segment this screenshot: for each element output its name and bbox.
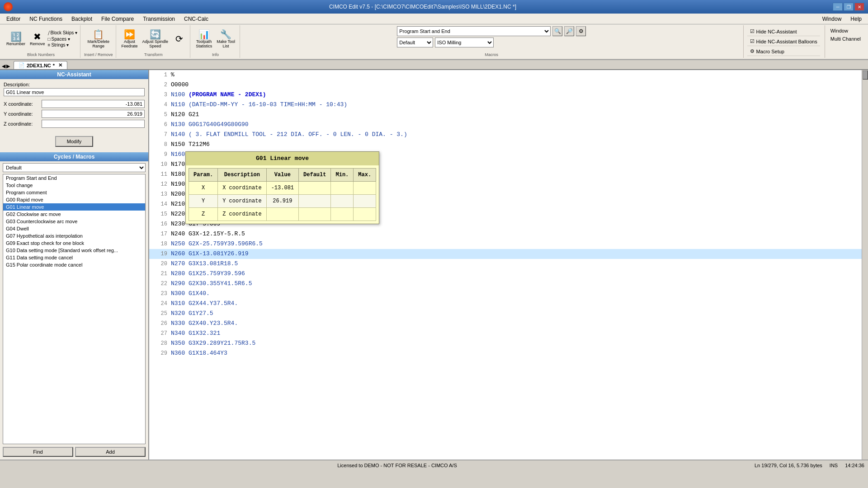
macros-search-btn[interactable]: 🔍 — [552, 26, 562, 36]
cycle-item-g00-rapid[interactable]: G00 Rapid move — [3, 196, 145, 203]
milling-dropdown[interactable]: ISO Milling — [435, 38, 494, 47]
tab-nav-right[interactable]: ▶ — [6, 63, 10, 69]
cycle-item-tool-change[interactable]: Tool change — [3, 182, 145, 189]
make-tool-list-btn[interactable]: 🔧 Make Tool List — [215, 28, 237, 50]
hide-nc-assistant-btn[interactable]: ☑ Hide NC-Assistant — [747, 27, 820, 36]
window-btn[interactable]: Window — [829, 27, 863, 34]
hide-nc-balloons-btn[interactable]: ☑ Hide NC-Assistant Balloons — [747, 37, 820, 46]
row-x-max — [354, 182, 376, 195]
cycle-item-g01-linear[interactable]: G01 Linear move — [3, 203, 145, 211]
x-coord-input[interactable] — [42, 100, 145, 108]
modify-button[interactable]: Modify — [55, 136, 93, 147]
menu-window[interactable]: Window — [818, 15, 846, 23]
cycles-dropdown[interactable]: Default — [3, 163, 146, 172]
y-coord-input[interactable] — [42, 110, 145, 118]
toolbar-group-insert-remove: 📋 Mark/Delete Range Insert / Remove — [81, 25, 116, 58]
macro-setup-btn[interactable]: ⚙ Macro Setup — [747, 47, 820, 56]
cycle-item-g10-data[interactable]: G10 Data setting mode [Standard work off… — [3, 247, 145, 254]
cycle-item-program-comment[interactable]: Program comment — [3, 189, 145, 196]
cycle-item-g04-dwell[interactable]: G04 Dwell — [3, 225, 145, 232]
hide-nc-icon: ☑ — [750, 28, 755, 34]
tab-nav-left[interactable]: ◀ — [2, 63, 5, 69]
file-tab[interactable]: 📄 2DEX1.NC * ✕ — [14, 61, 67, 69]
menu-transmission[interactable]: Transmission — [138, 15, 179, 23]
cycle-item-g02-cw[interactable]: G02 Clockwise arc move — [3, 211, 145, 218]
col-param: Param. — [189, 169, 218, 182]
z-coord-input[interactable] — [42, 120, 145, 128]
tool-list-icon: 🔧 — [220, 29, 231, 40]
macros-magnify-btn[interactable]: 🔎 — [564, 26, 574, 36]
status-bar: Licensed to DEMO - NOT FOR RESALE - CIMC… — [0, 460, 868, 470]
toolpath-stats-btn[interactable]: 📊 Toolpath Statistics — [194, 28, 214, 50]
close-tab-btn[interactable]: ✕ — [58, 62, 62, 68]
nc-assistant-title: NC-Assistant — [0, 70, 148, 79]
cycle-item-g03-ccw[interactable]: G03 Counterclockwise arc move — [3, 218, 145, 225]
strings-btn[interactable]: ≡ Strings ▾ — [48, 42, 77, 47]
tooltip-table: Param. Description Value Default Min. Ma… — [189, 168, 376, 221]
code-line-6: 6N130 G0G17G40G49G80G90 — [149, 120, 862, 130]
title-bar: CIMCO Edit v7.5 - [C:\CIMCO7\CIMCOEdit7\… — [0, 0, 868, 14]
block-skips-btn[interactable]: ⧸ Block Skips ▾ — [48, 30, 77, 36]
code-line-5: 5N120 G21 — [149, 110, 862, 120]
code-line-8: 8N150 T212M6 — [149, 140, 862, 150]
cycle-item-g15-polar[interactable]: G15 Polar coordinate mode cancel — [3, 261, 145, 268]
adjust-spindle-btn[interactable]: 🔄 Adjust Spindle Speed — [141, 28, 170, 50]
menu-cnc-calc[interactable]: CNC-Calc — [179, 15, 213, 23]
renumber-btn[interactable]: 🔢 Renumber — [5, 30, 27, 48]
row-x-min — [331, 182, 354, 195]
multi-channel-btn[interactable]: Multi Channel — [829, 35, 863, 42]
col-value: Value — [266, 169, 298, 182]
spaces-icon: □ — [48, 37, 51, 42]
menu-file-compare[interactable]: File Compare — [97, 15, 138, 23]
close-btn[interactable]: ✕ — [854, 3, 864, 11]
cycle-item-program-start[interactable]: Program Start and End — [3, 174, 145, 182]
code-line-26: 26N330 G2X40.Y23.5R4. — [149, 319, 862, 328]
cycle-item-g09-exact[interactable]: G09 Exact stop check for one block — [3, 239, 145, 247]
restore-btn[interactable]: ❐ — [844, 3, 854, 11]
tooltip-row-y: Y Y coordinate 26.919 — [189, 195, 376, 208]
macros-settings-btn[interactable]: ⚙ — [576, 26, 586, 36]
editor-scrollbar[interactable] — [862, 70, 868, 460]
menu-bar: Editor NC Functions Backplot File Compar… — [0, 14, 868, 24]
col-max: Max. — [354, 169, 376, 182]
row-x-param: X — [189, 182, 218, 195]
menu-nc-functions[interactable]: NC Functions — [25, 15, 67, 23]
block-skips-icon: ⧸ — [48, 30, 50, 36]
macros-dropdown[interactable]: Program Start and End — [397, 26, 551, 36]
transform-extra-icon: ⟳ — [175, 33, 183, 44]
menu-help[interactable]: Help — [846, 15, 866, 23]
transform-label: Transform — [144, 52, 163, 57]
machine-dropdown[interactable]: Default — [397, 38, 433, 47]
code-editor[interactable]: 1% 2O0000 3N100 (PROGRAM NAME - 2DEX1) 4… — [149, 70, 862, 460]
menu-editor[interactable]: Editor — [2, 15, 25, 23]
x-coord-label: X coordinate: — [4, 101, 40, 107]
remove-btn[interactable]: ✖ Remove — [28, 30, 47, 48]
spaces-btn[interactable]: □ Spaces ▾ — [48, 37, 77, 42]
minimize-btn[interactable]: ─ — [833, 3, 843, 11]
spindle-icon: 🔄 — [150, 29, 161, 40]
row-y-value: 26.919 — [266, 195, 298, 208]
row-y-param: Y — [189, 195, 218, 208]
file-tab-label: 2DEX1.NC — [27, 63, 51, 68]
cycle-item-g11-cancel[interactable]: G11 Data setting mode cancel — [3, 254, 145, 261]
description-input[interactable] — [4, 88, 145, 96]
scrollbar-thumb[interactable] — [863, 70, 868, 80]
tooltip-row-z: Z Z coordinate — [189, 208, 376, 221]
code-line-22: 22N290 G2X30.355Y41.5R6.5 — [149, 279, 862, 289]
row-y-min — [331, 195, 354, 208]
transform-extra-btn[interactable]: ⟳ — [171, 32, 187, 46]
mark-delete-btn[interactable]: 📋 Mark/Delete Range — [86, 28, 112, 50]
code-line-28: 28N350 G3X29.289Y21.75R3.5 — [149, 338, 862, 348]
adjust-feedrate-btn[interactable]: ⏩ Adjust Feedrate — [120, 28, 140, 50]
find-button[interactable]: Find — [3, 447, 73, 457]
toolbar-group-transform: ⏩ Adjust Feedrate 🔄 Adjust Spindle Speed… — [117, 25, 191, 58]
row-z-default — [299, 208, 331, 221]
macros-label: Macros — [485, 52, 499, 57]
add-button[interactable]: Add — [75, 447, 146, 457]
menu-backplot[interactable]: Backplot — [67, 15, 97, 23]
insert-remove-label: Insert / Remove — [84, 52, 113, 57]
toolbar: 🔢 Renumber ✖ Remove ⧸ Block Skips ▾ □ Sp… — [0, 24, 868, 60]
hide-nc-balloons-icon: ☑ — [750, 38, 755, 44]
license-text: Licensed to DEMO - NOT FOR RESALE - CIMC… — [337, 463, 457, 468]
cycle-item-g07-hypo[interactable]: G07 Hypothetical axis interpolation — [3, 232, 145, 239]
